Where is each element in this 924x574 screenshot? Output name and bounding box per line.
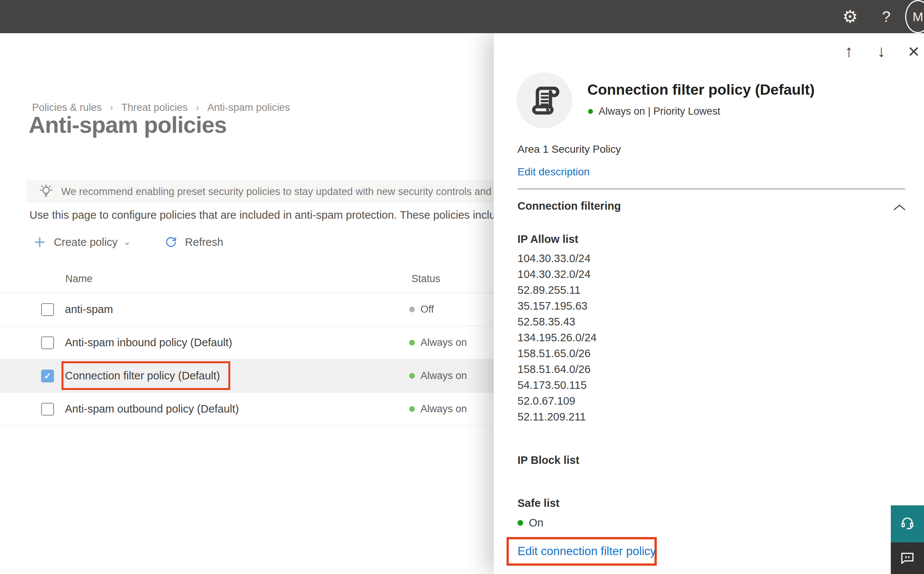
policy-name[interactable]: Anti-spam inbound policy (Default): [65, 336, 232, 349]
connection-filtering-heading: Connection filtering: [517, 200, 621, 212]
create-policy-label: Create policy: [54, 236, 117, 249]
help-icon[interactable]: ?: [874, 0, 898, 33]
flyout-title: Connection filter policy (Default): [587, 82, 815, 98]
ip-allow-list: 104.30.33.0/24104.30.32.0/2452.89.255.11…: [517, 251, 597, 425]
refresh-button[interactable]: Refresh: [164, 235, 223, 249]
flyout-nav: ↑ ↓ ×: [840, 41, 922, 62]
collapse-chevron-up-icon[interactable]: [893, 203, 906, 211]
status-cell: Always on: [409, 337, 467, 348]
next-item-arrow-down-icon[interactable]: ↓: [873, 41, 890, 62]
command-bar: + Create policy ⌄ Refresh: [34, 231, 223, 254]
ip-allow-item: 52.89.255.11: [517, 282, 597, 298]
feedback-button[interactable]: [891, 542, 924, 574]
ip-allow-item: 158.51.64.0/26: [517, 361, 597, 377]
status-cell: Always on: [409, 403, 467, 415]
lightbulb-icon: [38, 183, 54, 200]
status-text: Always on: [421, 403, 467, 415]
row-checkbox[interactable]: [41, 336, 54, 349]
headset-icon: [899, 515, 916, 533]
column-header-status[interactable]: Status: [411, 273, 440, 285]
chat-bubble-icon: [899, 550, 916, 566]
close-icon[interactable]: ×: [905, 41, 922, 62]
account-avatar[interactable]: M: [905, 0, 924, 33]
status-dot: [409, 406, 415, 412]
ip-allow-item: 35.157.195.63: [517, 298, 597, 314]
row-checkbox[interactable]: [41, 403, 54, 416]
ip-block-list-heading: IP Block list: [517, 454, 579, 467]
safe-list-status: On: [517, 517, 544, 529]
page-description: Use this page to configure policies that…: [29, 209, 508, 221]
policy-details-flyout: ↑ ↓ × Connection filter policy (Default)…: [494, 33, 924, 574]
policy-description: Area 1 Security Policy: [517, 144, 621, 155]
status-text: Always on: [421, 370, 467, 382]
status-text: Off: [421, 304, 434, 315]
policy-avatar: [516, 73, 572, 128]
policy-name[interactable]: Connection filter policy (Default): [65, 370, 220, 382]
ip-allow-item: 104.30.33.0/24: [517, 251, 597, 266]
plus-icon: +: [34, 232, 45, 252]
refresh-label: Refresh: [185, 236, 223, 249]
scroll-icon: [527, 83, 562, 118]
page-title: Anti-spam policies: [29, 112, 226, 138]
ip-allow-item: 52.11.209.211: [517, 409, 597, 425]
ip-allow-list-heading: IP Allow list: [517, 233, 578, 246]
status-cell: Always on: [409, 370, 467, 382]
row-checkbox[interactable]: ✓: [41, 370, 54, 382]
edit-connection-filter-policy-link[interactable]: Edit connection filter policy: [517, 545, 656, 558]
top-bar: ⚙ ? M: [0, 0, 924, 33]
status-dot: [409, 340, 415, 345]
status-cell: Off: [409, 304, 434, 315]
settings-gear-icon[interactable]: ⚙: [837, 0, 864, 33]
chevron-down-icon: ⌄: [124, 237, 131, 247]
status-dot: [588, 109, 593, 114]
support-button[interactable]: [891, 505, 924, 542]
ip-allow-item: 52.58.35.43: [517, 314, 597, 330]
edit-description-link[interactable]: Edit description: [517, 166, 590, 178]
row-checkbox[interactable]: [41, 303, 54, 316]
policy-name[interactable]: anti-spam: [65, 303, 113, 316]
status-text: Always on: [421, 337, 467, 348]
create-policy-button[interactable]: + Create policy ⌄: [34, 232, 131, 252]
divider: [517, 189, 905, 189]
status-dot: [517, 520, 523, 526]
safe-list-status-text: On: [529, 517, 544, 529]
status-dot: [409, 373, 415, 378]
ip-allow-item: 134.195.26.0/24: [517, 330, 597, 345]
refresh-icon: [164, 235, 178, 249]
flyout-status-text: Always on | Priority Lowest: [599, 106, 720, 117]
ip-allow-item: 158.51.65.0/26: [517, 345, 597, 361]
flyout-status: Always on | Priority Lowest: [588, 106, 720, 117]
ip-allow-item: 54.173.50.115: [517, 377, 597, 393]
ip-allow-item: 104.30.32.0/24: [517, 266, 597, 282]
column-header-name[interactable]: Name: [65, 273, 92, 285]
policy-name[interactable]: Anti-spam outbound policy (Default): [65, 403, 239, 415]
ip-allow-item: 52.0.67.109: [517, 393, 597, 409]
previous-item-arrow-up-icon[interactable]: ↑: [840, 41, 858, 62]
safe-list-heading: Safe list: [517, 497, 559, 509]
status-dot: [409, 307, 415, 312]
